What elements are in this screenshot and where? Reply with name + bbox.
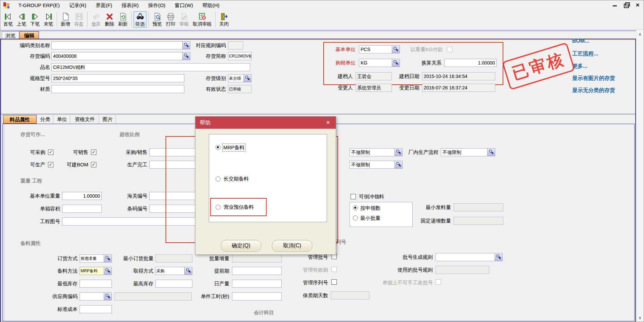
max-stock-field[interactable] bbox=[155, 280, 192, 288]
cancel-audit-button[interactable]: 取消审核 bbox=[191, 11, 213, 28]
preview-button[interactable]: 预览 bbox=[151, 11, 164, 28]
subtab-item-attributes[interactable]: 料品属性 bbox=[3, 115, 37, 124]
coding-category-label: 编码类别名称 bbox=[3, 41, 50, 49]
link-process-flow[interactable]: 工艺流程... bbox=[572, 50, 598, 57]
batch-rule-field[interactable] bbox=[435, 253, 503, 261]
std-cost-field[interactable] bbox=[80, 305, 112, 313]
vertical-scrollbar[interactable]: ∧ ∨ bbox=[636, 30, 644, 322]
print-button[interactable]: 打印 bbox=[164, 11, 177, 28]
std-cost-label: 标准成本 bbox=[51, 305, 78, 313]
producible-label: 可生产 bbox=[27, 161, 45, 169]
prep-method-field[interactable]: MRP备料 bbox=[80, 267, 112, 275]
lead-time-field[interactable] bbox=[232, 267, 282, 275]
item-level-label: 存货级别 bbox=[194, 74, 226, 82]
menu-help[interactable]: 帮助(H) bbox=[198, 0, 224, 10]
subtab-qualification[interactable]: 资格文件 bbox=[71, 115, 99, 124]
delete-button[interactable]: 删除 bbox=[103, 11, 116, 28]
item-short-name-field[interactable]: CR12MOV精料 bbox=[228, 52, 251, 60]
first-record-button[interactable]: 首笔 bbox=[2, 11, 14, 28]
item-name-field[interactable]: CR12MOV精料 bbox=[51, 63, 250, 71]
restore-icon[interactable] bbox=[622, 1, 630, 9]
link-show-unclassified[interactable]: 显示无分类的存货 bbox=[572, 87, 615, 94]
tab-edit[interactable]: 编辑 bbox=[19, 31, 39, 39]
mrp-option-radio[interactable] bbox=[216, 145, 221, 150]
by-request-radio[interactable] bbox=[353, 205, 358, 210]
supplier-code-field[interactable] bbox=[80, 292, 112, 300]
link-more[interactable]: 更多... bbox=[572, 63, 587, 70]
lookup-icon[interactable] bbox=[487, 149, 495, 156]
subpanel-right-border bbox=[634, 124, 635, 321]
subtab-image[interactable]: 图片 bbox=[100, 115, 116, 124]
dialog-ok-button[interactable]: 确定(Q) bbox=[221, 240, 261, 252]
menu-app[interactable]: T-GROUP ERP(E) bbox=[14, 0, 64, 10]
unit-time-field[interactable] bbox=[232, 292, 282, 300]
lookup-icon[interactable] bbox=[182, 52, 190, 60]
acquire-mode-field[interactable]: 采购 bbox=[155, 267, 192, 275]
dialog-title-bar[interactable]: 帮助 × bbox=[195, 117, 336, 129]
item-level-field[interactable]: 未分级 bbox=[228, 74, 251, 82]
conversion-field[interactable]: 1.00000 bbox=[444, 59, 497, 67]
menu-interface[interactable]: 界面(F) bbox=[91, 0, 117, 10]
subpanel-left-border bbox=[2, 124, 3, 321]
link-bom[interactable]: BOM... bbox=[572, 38, 589, 44]
lookup-icon[interactable] bbox=[395, 161, 402, 168]
lookup-icon[interactable] bbox=[243, 75, 251, 82]
link-show-with-image[interactable]: 显示有图片的存货 bbox=[572, 75, 615, 82]
new-button[interactable]: 新增 bbox=[59, 11, 72, 28]
coding-category-field[interactable] bbox=[51, 41, 190, 49]
min-stock-field[interactable] bbox=[80, 280, 112, 288]
lookup-icon[interactable] bbox=[495, 253, 502, 261]
menu-operation[interactable]: 操作(O) bbox=[143, 0, 170, 10]
lookup-icon[interactable] bbox=[104, 293, 111, 300]
long-lead-option-label[interactable]: 长交期备料 bbox=[224, 175, 249, 183]
close-button[interactable]: 关闭 bbox=[218, 11, 230, 28]
filter-button[interactable]: 筛选 bbox=[134, 11, 146, 28]
menu-window[interactable]: 窗口(W) bbox=[170, 0, 198, 10]
sellable-checkbox[interactable] bbox=[91, 150, 96, 155]
manage-serial-checkbox[interactable] bbox=[331, 279, 337, 285]
producible-checkbox[interactable] bbox=[48, 162, 53, 167]
material-field[interactable] bbox=[51, 85, 184, 93]
rule-code-field[interactable] bbox=[228, 41, 243, 49]
tab-browse[interactable]: 浏览 bbox=[2, 31, 19, 39]
subtab-unit[interactable]: 单位 bbox=[54, 115, 70, 124]
close-window-icon[interactable]: × bbox=[634, 1, 642, 9]
subtab-classification[interactable]: 分类 bbox=[37, 115, 53, 124]
prev-record-button[interactable]: 上笔 bbox=[15, 11, 28, 28]
limit2-field[interactable]: 不做限制 bbox=[350, 161, 403, 169]
refresh-button[interactable]: 刷新 bbox=[117, 11, 129, 28]
trade-unit-field[interactable]: KG bbox=[359, 59, 400, 67]
box-volume-field[interactable] bbox=[62, 205, 102, 213]
next-record-button[interactable]: 下笔 bbox=[29, 11, 41, 28]
last-record-button[interactable]: 末笔 bbox=[42, 11, 55, 28]
bom-capable-checkbox[interactable] bbox=[91, 162, 96, 167]
factory-flow-field[interactable]: 不做限制 bbox=[441, 148, 495, 156]
lookup-icon[interactable] bbox=[182, 42, 190, 49]
lookup-icon[interactable] bbox=[392, 46, 400, 53]
dialog-cancel-button[interactable]: 取消(C) bbox=[272, 240, 312, 252]
menu-report[interactable]: 报表(R) bbox=[117, 0, 143, 10]
item-code-field[interactable]: 400400008 bbox=[51, 52, 190, 60]
minimize-icon[interactable] bbox=[611, 1, 619, 9]
backflush-checkbox[interactable] bbox=[351, 194, 356, 199]
base-unit-weight-field[interactable]: 1.00000 bbox=[62, 192, 102, 200]
scroll-down-icon[interactable]: ∨ bbox=[636, 314, 644, 322]
dialog-close-icon[interactable]: × bbox=[324, 117, 332, 129]
min-batch-radio[interactable] bbox=[353, 215, 358, 220]
daily-output-field[interactable] bbox=[232, 280, 282, 288]
scroll-up-icon[interactable]: ∧ bbox=[636, 30, 644, 39]
lookup-icon[interactable] bbox=[184, 267, 192, 275]
lookup-icon[interactable] bbox=[104, 255, 111, 262]
purchasable-checkbox[interactable] bbox=[48, 150, 53, 155]
create-date-label: 建档日期 bbox=[393, 72, 419, 80]
menu-record[interactable]: 记录(R) bbox=[64, 0, 91, 10]
lookup-icon[interactable] bbox=[104, 267, 111, 275]
long-lead-option-radio[interactable] bbox=[216, 176, 221, 182]
limit1-field[interactable]: 不做限制 bbox=[350, 148, 403, 156]
lookup-icon[interactable] bbox=[392, 59, 400, 67]
spec-field[interactable]: 250*240*35 bbox=[51, 74, 184, 82]
base-unit-field[interactable]: PCS bbox=[359, 45, 400, 53]
order-mode-field[interactable]: 按需求量 bbox=[80, 254, 112, 263]
mrp-option-label[interactable]: MRP备料 bbox=[222, 144, 245, 152]
lookup-icon[interactable] bbox=[395, 149, 402, 156]
